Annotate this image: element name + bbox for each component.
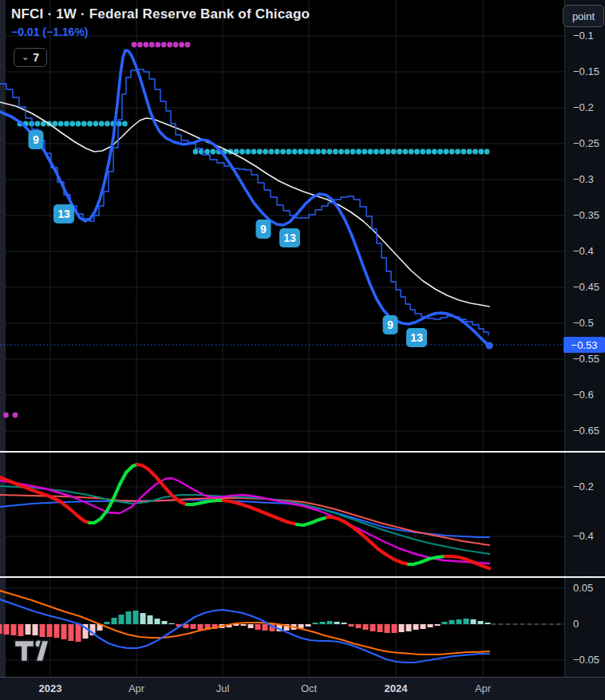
cyan-dot bbox=[93, 121, 99, 127]
price-axis-label: −0.35 bbox=[573, 209, 599, 221]
time-axis[interactable]: 2023AprJulOct2024Apr bbox=[0, 677, 605, 700]
signal-label-text: 13 bbox=[410, 331, 423, 344]
trend-line-segment bbox=[480, 565, 489, 568]
cyan-dot bbox=[239, 149, 245, 155]
histogram-bar bbox=[370, 624, 376, 631]
magenta-dot bbox=[155, 42, 160, 48]
pane-separator-2[interactable] bbox=[0, 576, 605, 578]
histogram-bar bbox=[248, 624, 254, 628]
cyan-dot bbox=[321, 149, 326, 155]
magenta-dot bbox=[173, 42, 179, 48]
histogram-bar bbox=[112, 618, 117, 624]
histogram-bar bbox=[449, 620, 455, 624]
signal-label-text: 9 bbox=[33, 133, 39, 146]
symbol-title[interactable]: NFCI · 1W · Federal Reserve Bank of Chic… bbox=[11, 6, 310, 22]
cyan-dot bbox=[478, 149, 484, 155]
cyan-dot bbox=[117, 121, 122, 127]
histogram-bar bbox=[306, 624, 311, 627]
magenta-dot bbox=[149, 42, 155, 48]
oscillator-axis-label: −0.4 bbox=[573, 530, 594, 542]
histogram-bar bbox=[356, 624, 362, 628]
cyan-dot bbox=[362, 149, 367, 155]
cyan-dot bbox=[52, 121, 57, 127]
cyan-dot bbox=[269, 149, 275, 155]
cyan-dot bbox=[298, 149, 303, 155]
price-axis-label: −0.15 bbox=[573, 65, 599, 77]
cyan-dot bbox=[368, 149, 374, 155]
signal-count-label: 13 bbox=[53, 204, 74, 223]
ribbon-magenta bbox=[0, 478, 489, 564]
magenta-dot bbox=[3, 413, 9, 418]
axis-unit-button[interactable]: point bbox=[563, 5, 604, 27]
cyan-dot bbox=[303, 149, 309, 155]
histogram-bar bbox=[478, 621, 484, 624]
cyan-dot bbox=[350, 149, 356, 155]
histogram-bar bbox=[54, 624, 60, 638]
histogram-bar bbox=[69, 624, 74, 641]
histogram-bar bbox=[378, 624, 383, 632]
histogram-bar bbox=[327, 621, 333, 624]
cyan-dot bbox=[467, 149, 473, 155]
histogram-bar bbox=[140, 613, 146, 624]
last-price-label: −0.53 bbox=[563, 337, 605, 353]
histogram-bar bbox=[421, 624, 426, 629]
cyan-dot bbox=[420, 149, 425, 155]
histogram-bar bbox=[363, 624, 369, 630]
cyan-dot bbox=[397, 149, 402, 155]
cyan-dot bbox=[444, 149, 449, 155]
histogram-bar bbox=[435, 624, 441, 626]
histogram-bar bbox=[33, 624, 38, 635]
cyan-dot bbox=[69, 121, 75, 127]
cyan-dot bbox=[414, 149, 420, 155]
trend-line-segment bbox=[120, 473, 126, 484]
pane-separator-1[interactable] bbox=[0, 451, 605, 453]
step-line bbox=[0, 69, 488, 335]
histogram-bar bbox=[198, 624, 204, 630]
cyan-dot bbox=[64, 121, 69, 127]
cyan-dot bbox=[257, 149, 263, 155]
price-axis-label: −0.2 bbox=[573, 101, 594, 113]
indicator-dropdown-value: 7 bbox=[33, 51, 39, 64]
cyan-dot bbox=[386, 149, 391, 155]
histogram-bar bbox=[241, 624, 247, 626]
histogram-bar bbox=[442, 622, 448, 624]
macd-axis-label: 0.05 bbox=[573, 582, 593, 594]
histogram-bar bbox=[406, 624, 412, 631]
cyan-dot bbox=[99, 121, 105, 127]
cyan-dot bbox=[379, 149, 385, 155]
time-axis-label-jul: Jul bbox=[216, 682, 230, 694]
time-axis-label-apr: Apr bbox=[129, 682, 144, 694]
price-axis-label: −0.65 bbox=[573, 425, 599, 437]
cyan-dot bbox=[344, 149, 350, 155]
histogram-bar bbox=[320, 622, 326, 624]
histogram-bar bbox=[413, 624, 419, 630]
cyan-dot bbox=[391, 149, 397, 155]
tradingview-logo-icon[interactable] bbox=[13, 638, 53, 665]
histogram-bar bbox=[485, 623, 491, 624]
indicator-dropdown-button[interactable]: ⌄ 7 bbox=[14, 48, 47, 67]
magenta-dot bbox=[179, 42, 184, 48]
cyan-dot bbox=[245, 149, 251, 155]
histogram-bar bbox=[148, 615, 153, 624]
trend-line-segment bbox=[156, 477, 164, 487]
histogram-bar bbox=[392, 624, 397, 633]
cyan-dot bbox=[122, 121, 128, 127]
chart-header: NFCI · 1W · Federal Reserve Bank of Chic… bbox=[11, 6, 310, 38]
cyan-dot bbox=[455, 149, 461, 155]
histogram-bar bbox=[4, 624, 10, 635]
magenta-dot bbox=[144, 42, 149, 48]
histogram-bar bbox=[263, 624, 268, 631]
histogram-bar bbox=[105, 622, 110, 624]
histogram-bar bbox=[457, 619, 462, 624]
cyan-dot bbox=[356, 149, 362, 155]
signal-label-text: 13 bbox=[57, 208, 70, 220]
cyan-dot bbox=[280, 149, 286, 155]
signal-count-label: 13 bbox=[406, 328, 427, 347]
histogram-bar bbox=[0, 624, 2, 634]
histogram-bar bbox=[385, 624, 390, 633]
chart-canvas[interactable]: 913913913 bbox=[0, 0, 564, 677]
histogram-bar bbox=[11, 624, 17, 635]
cyan-dot bbox=[484, 149, 490, 155]
chart-window: 913913913 NFCI · 1W · Federal Reserve Ba… bbox=[0, 0, 605, 700]
price-axis-label: −0.25 bbox=[573, 137, 599, 149]
